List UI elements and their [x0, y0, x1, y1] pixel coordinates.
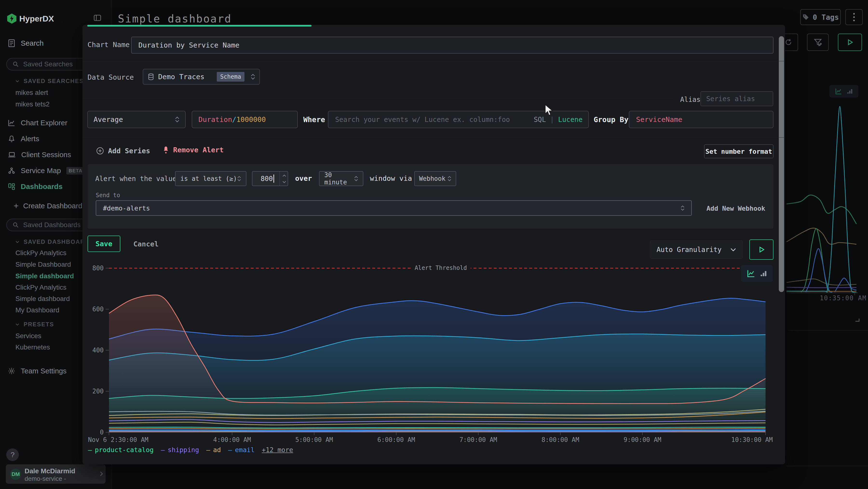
- plus-circle-icon: [96, 147, 104, 155]
- svg-text:7:00:00 AM: 7:00:00 AM: [459, 436, 497, 443]
- legend-item[interactable]: —shipping: [161, 446, 199, 454]
- add-new-webhook-link[interactable]: Add New Webhook: [707, 205, 765, 212]
- series-alias-input[interactable]: Series alias: [701, 91, 773, 106]
- chart-legend: —product-catalog —shipping —ad —email +1…: [88, 446, 293, 454]
- sidebar-item-label: Service Map: [21, 167, 61, 175]
- select-chevrons-icon: [237, 176, 241, 181]
- dashboard-item[interactable]: My Dashboard: [16, 306, 59, 314]
- stepper-down-button[interactable]: [280, 179, 288, 185]
- aggregation-select[interactable]: Average: [87, 111, 186, 128]
- sidebar-item-label: Chart Explorer: [21, 119, 67, 127]
- search-icon: [12, 61, 19, 67]
- legend-item[interactable]: —ad: [206, 446, 221, 454]
- select-chevrons-icon: [175, 117, 179, 122]
- dashboard-item[interactable]: ClickPy Analytics: [16, 249, 66, 257]
- preset-item[interactable]: Kubernetes: [16, 343, 50, 351]
- sidebar-item-label: Alerts: [21, 135, 39, 143]
- legend-item[interactable]: —email: [228, 446, 255, 454]
- chart-explorer-icon: [8, 119, 16, 127]
- save-button[interactable]: Save: [88, 236, 120, 252]
- add-series-button[interactable]: Add Series: [96, 147, 150, 155]
- sidebar-item-client-sessions[interactable]: Client Sessions: [8, 151, 71, 159]
- background-chart: 10:35:00 AM: [786, 102, 868, 302]
- saved-searches-header[interactable]: SAVED SEARCHES: [15, 78, 84, 84]
- tags-button[interactable]: 0 Tags: [800, 9, 841, 25]
- group-by-input[interactable]: ServiceName: [629, 111, 774, 128]
- duration-chart[interactable]: 0200400600800Nov 6 2:30:00 AM4:00:00 AM5…: [83, 262, 777, 450]
- legend-item[interactable]: —product-catalog: [88, 446, 154, 454]
- alert-threshold-input[interactable]: 800: [252, 171, 288, 186]
- saved-search-item[interactable]: mikes alert: [16, 89, 48, 96]
- sidebar-toggle-icon[interactable]: [93, 13, 102, 22]
- svg-text:200: 200: [92, 387, 104, 395]
- chevron-down-icon: [15, 79, 20, 84]
- tag-icon: [802, 13, 809, 21]
- brand-title: HyperDX: [19, 14, 54, 23]
- run-query-button-bg[interactable]: [838, 33, 862, 51]
- data-source-select[interactable]: Demo Traces Schema: [143, 69, 260, 85]
- line-chart-icon[interactable]: [747, 269, 755, 278]
- legend-more-link[interactable]: +12 more: [262, 446, 293, 454]
- dashboard-item[interactable]: Simple Dashboard: [16, 261, 71, 268]
- saved-searches-placeholder: Saved Searches: [23, 60, 72, 68]
- help-button[interactable]: ?: [6, 449, 19, 461]
- saved-dashboards-header[interactable]: SAVED DASHBOARDS: [15, 238, 94, 245]
- remove-alert-button[interactable]: Remove Alert: [162, 146, 224, 154]
- create-dashboard-button[interactable]: Create Dashboard: [13, 202, 82, 210]
- svg-text:400: 400: [92, 347, 104, 354]
- stepper-up-button[interactable]: [280, 173, 288, 179]
- sidebar-item-service-map[interactable]: Service Map BETA: [8, 167, 85, 175]
- webhook-select[interactable]: #demo-alerts: [96, 200, 692, 216]
- sidebar-item-search[interactable]: Search: [8, 39, 44, 47]
- cancel-button[interactable]: Cancel: [133, 240, 159, 248]
- presets-header[interactable]: PRESETS: [15, 321, 54, 328]
- app-root: HyperDX Search Saved Searches SAVED SEAR…: [0, 0, 868, 489]
- modal-scrollbar[interactable]: [779, 36, 784, 292]
- plus-icon: [13, 203, 19, 209]
- text-caret: [273, 174, 274, 183]
- user-card[interactable]: DM Dale McDiarmid demo-service -: [6, 464, 105, 484]
- sidebar-item-label: Team Settings: [21, 367, 66, 375]
- line-chart-icon: [835, 88, 842, 95]
- resize-handle-icon[interactable]: [855, 318, 860, 322]
- bell-icon: [8, 135, 16, 143]
- sidebar-item-alerts[interactable]: Alerts: [8, 135, 39, 143]
- bg-chart-type-toggle[interactable]: [830, 85, 858, 97]
- granularity-select[interactable]: Auto Granularity: [650, 240, 743, 259]
- divider: [83, 61, 785, 61]
- page-title: Simple dashboard: [118, 12, 232, 25]
- filter-button[interactable]: [807, 33, 829, 51]
- dashboard-item[interactable]: ClickPy Analytics: [16, 284, 66, 291]
- chart-name-input[interactable]: Duration by Service Name: [131, 37, 774, 54]
- refresh-icon: [784, 38, 793, 46]
- over-label: over: [295, 174, 312, 182]
- database-icon: [148, 73, 154, 80]
- chart-type-toggle[interactable]: [741, 265, 773, 282]
- svg-text:10:30:00 AM: 10:30:00 AM: [731, 436, 773, 443]
- user-subtitle: demo-service -: [25, 475, 66, 483]
- sidebar-item-label: Client Sessions: [21, 151, 71, 159]
- alert-condition-select[interactable]: is at least (≥): [175, 171, 246, 186]
- sidebar-item-dashboards[interactable]: Dashboards: [8, 182, 62, 191]
- query-language-toggle[interactable]: SQL | Lucene: [534, 116, 588, 123]
- sidebar-item-chart-explorer[interactable]: Chart Explorer: [8, 119, 67, 127]
- field-formula-input[interactable]: Duration/1000000: [192, 111, 298, 128]
- set-number-format-button[interactable]: Set number format: [704, 144, 774, 158]
- kebab-icon: [853, 12, 855, 22]
- bg-panel-border-bottom: [786, 466, 868, 466]
- dashboard-item-active[interactable]: Simple dashboard: [16, 272, 74, 280]
- preset-item[interactable]: Services: [16, 332, 41, 340]
- user-name: Dale McDiarmid: [25, 467, 75, 475]
- saved-search-item[interactable]: mikes tets2: [16, 100, 50, 108]
- alert-channel-select[interactable]: Webhook: [414, 171, 456, 186]
- alert-window-select[interactable]: 30 minute: [319, 171, 363, 186]
- dashboard-item[interactable]: Simple dashboard: [16, 295, 70, 303]
- run-chart-button[interactable]: [749, 239, 774, 260]
- search-results-icon: [8, 39, 16, 47]
- sidebar-item-team-settings[interactable]: Team Settings: [8, 367, 66, 375]
- schema-badge[interactable]: Schema: [217, 72, 245, 82]
- kebab-menu-button[interactable]: [845, 9, 863, 25]
- spinner-divider: [279, 172, 280, 185]
- alert-bell-icon: [162, 146, 169, 154]
- bar-chart-icon[interactable]: [760, 270, 767, 277]
